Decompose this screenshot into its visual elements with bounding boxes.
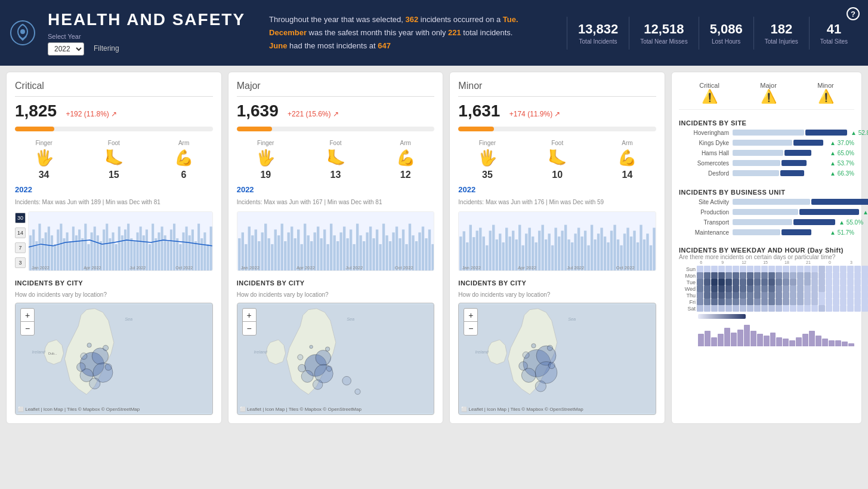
svg-point-78	[103, 345, 109, 350]
y-btn-30[interactable]: 30	[15, 213, 26, 223]
svg-rect-180	[518, 225, 521, 270]
bu-pct: ▲ 53.1%	[863, 209, 868, 216]
y-btn-3[interactable]: 3	[15, 257, 26, 268]
heatmap-cell	[711, 285, 718, 292]
svg-point-77	[105, 364, 112, 370]
major-zoom-out[interactable]: −	[243, 322, 256, 335]
stat-total-sites-value: 41	[820, 21, 848, 37]
heatmap-cell	[761, 279, 768, 285]
heatmap-cell	[783, 272, 789, 279]
svg-rect-12	[57, 229, 59, 270]
svg-rect-202	[591, 225, 593, 270]
heatmap-cell	[718, 292, 725, 299]
heatmap-cell	[704, 285, 711, 292]
svg-text:Jul 2022: Jul 2022	[345, 265, 363, 270]
heatmap-cell	[818, 266, 825, 272]
svg-rect-15	[66, 232, 69, 270]
svg-point-157	[297, 355, 302, 360]
critical-foot-label: Foot	[85, 140, 143, 146]
heatmap-row: Tue	[679, 279, 854, 285]
heatmap-cell	[861, 266, 868, 272]
svg-rect-127	[385, 235, 388, 270]
right-panel: Critical ⚠️ Major ⚠️ Minor ⚠️ INCIDENTS …	[671, 72, 862, 424]
svg-text:Ireland: Ireland	[254, 349, 267, 355]
heatmap-cell	[833, 292, 839, 299]
heatmap-cell	[711, 292, 718, 299]
major-body-arm: Arm 💪 12	[376, 140, 434, 180]
site-bars	[733, 139, 826, 147]
summary-num3: 647	[378, 41, 391, 50]
heatmap-cell	[804, 272, 811, 279]
heatmap-cell	[797, 299, 804, 305]
critical-zoom-in[interactable]: +	[21, 309, 34, 322]
svg-rect-163	[463, 231, 465, 270]
incidents-by-site: INCIDENTS BY SITE Hoveringham ▲ 52.8% Ki…	[679, 116, 854, 179]
site-name: Desford	[679, 170, 733, 177]
heatmap-cell	[833, 285, 839, 292]
bottom-bar	[835, 340, 841, 346]
heatmap-cell	[761, 266, 768, 272]
heatmap-cell	[854, 305, 861, 312]
svg-rect-10	[51, 235, 53, 270]
svg-point-237	[532, 343, 536, 347]
site-pct: ▲ 65.0%	[830, 150, 854, 156]
critical-city-sub: How do incidents vary by location?	[15, 291, 213, 298]
bu-bar-light	[733, 209, 798, 215]
svg-text:Jan 2022: Jan 2022	[240, 265, 260, 270]
y-btn-14[interactable]: 14	[15, 227, 26, 238]
critical-finger-count: 34	[15, 170, 73, 180]
bu-pct: ▲ 55.0%	[839, 219, 863, 226]
minor-zoom-out[interactable]: −	[464, 322, 477, 335]
svg-rect-116	[350, 229, 352, 270]
svg-point-155	[326, 366, 332, 371]
svg-rect-3	[29, 235, 32, 270]
heatmap-cell	[733, 266, 739, 272]
heatmap-cell	[840, 292, 847, 299]
svg-rect-50	[173, 224, 175, 270]
major-zoom-in[interactable]: +	[243, 309, 256, 322]
svg-rect-175	[502, 242, 505, 270]
svg-point-80	[81, 353, 87, 359]
svg-rect-183	[529, 227, 531, 270]
heatmap-cell	[861, 299, 868, 305]
heatmap-cell	[725, 305, 732, 312]
svg-point-75	[89, 378, 100, 389]
heatmap-cell	[840, 272, 847, 279]
y-btn-7[interactable]: 7	[15, 242, 26, 253]
svg-rect-43	[152, 224, 154, 270]
svg-rect-215	[634, 230, 636, 270]
heatmap-cell	[854, 285, 861, 292]
year-select[interactable]: 2022 2021 2020	[48, 42, 84, 56]
heatmap-cell	[783, 266, 789, 272]
heatmap-day-label: Mon	[679, 273, 696, 279]
summary-line2-suffix: total incidents.	[463, 28, 512, 37]
svg-rect-45	[157, 232, 160, 270]
heatmap-cell	[733, 292, 739, 299]
bu-section-title: INCIDENTS BY BUSINESS UNIT	[679, 189, 854, 196]
svg-rect-114	[343, 227, 345, 271]
svg-rect-21	[84, 224, 87, 270]
svg-rect-165	[469, 225, 472, 270]
minor-zoom-in[interactable]: +	[464, 309, 477, 322]
svg-rect-95	[280, 224, 283, 270]
bottom-bar	[848, 343, 854, 346]
heatmap-cell	[840, 299, 847, 305]
heatmap-cells	[697, 279, 868, 285]
help-icon[interactable]: ?	[847, 7, 860, 20]
bu-row: Site Activity ▲ 53.9%	[679, 198, 854, 206]
critical-zoom-out[interactable]: −	[21, 322, 34, 335]
stat-total-sites-label: Total Sites	[820, 38, 848, 45]
minor-arm-count: 14	[598, 170, 656, 180]
site-bar-light	[733, 130, 804, 136]
heatmap-cell	[733, 285, 739, 292]
svg-rect-90	[264, 224, 267, 270]
svg-text:Oct 2022: Oct 2022	[616, 265, 635, 270]
critical-severity-icon: ⚠️	[699, 89, 719, 104]
summary-num1: 362	[405, 15, 418, 24]
svg-rect-35	[127, 224, 129, 270]
svg-rect-220	[650, 245, 652, 270]
header-stats: 13,832 Total Incidents 12,518 Total Near…	[567, 17, 858, 50]
svg-rect-188	[545, 239, 547, 270]
heatmap-cell	[725, 272, 732, 279]
heatmap-cell	[754, 285, 761, 292]
